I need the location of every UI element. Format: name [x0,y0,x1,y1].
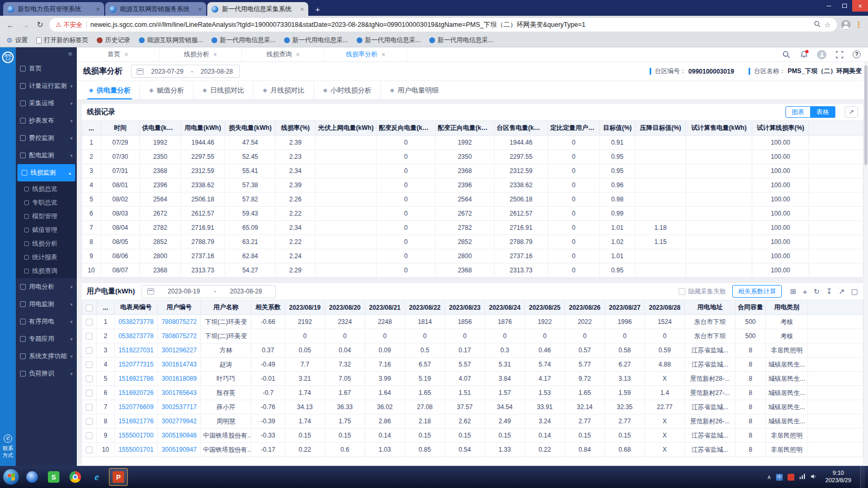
submenu-assignment-management[interactable]: 赋值管理 [16,223,77,237]
cell-link[interactable]: 1520777315 [118,361,154,368]
bookmark-site-4[interactable]: 新一代用电信息采... [357,36,421,45]
cell-link[interactable]: 3001614743 [162,361,197,368]
sidebar-item-line-loss-monitor[interactable]: 线损监测▴ [17,164,75,181]
scrollbar-thumb[interactable] [864,65,867,165]
sidebar-item-power-monitor[interactable]: 用电监测▾ [16,296,77,313]
vertical-scrollbar[interactable] [864,62,868,466]
taskbar-s-app[interactable]: S [44,468,63,486]
taskbar-ie[interactable]: e [87,468,106,486]
workspace-tab-line-loss-query[interactable]: 线损查询× [242,47,325,62]
fullscreen-icon[interactable]: ▢ [851,287,858,296]
bookmark-settings[interactable]: ⚙设置 [6,36,28,45]
user-avatar-icon[interactable] [817,50,826,59]
close-icon[interactable]: × [213,51,217,58]
cell-link[interactable]: 3001296227 [162,347,197,354]
browser-tab-1[interactable]: 新型电力负荷管理系统 × [3,2,104,16]
subtab-user-power-detail[interactable]: ◈用户电量明细 [380,81,447,99]
table-row[interactable]: 608/0326722612.5759.432.22026722612.5700… [82,207,863,221]
download-icon[interactable]: ↧ [826,287,832,296]
table-row[interactable]: 708/0427822716.9165.092.34027822716.9101… [82,221,863,235]
table-row[interactable]: 915550017003005190946中国铁塔股份有...-0.330.15… [82,429,863,443]
hide-failed-checkbox[interactable]: 隐藏采集失败 [679,287,726,296]
grid-icon[interactable]: ⊞ [790,287,796,296]
table-row[interactable]: 105382737787808075272下坝(二)环美变-0.66219223… [82,315,863,329]
bookmark-site-5[interactable]: 新一代用电信息采... [429,36,493,45]
table-row[interactable]: 1015550017013005190947中国铁塔股份有...-0.170.2… [82,443,863,457]
close-button[interactable]: × [852,0,868,12]
row-checkbox[interactable] [86,404,93,411]
table-row[interactable]: 408/0123962338.6257.382.39023962338.6200… [82,178,863,192]
submenu-line-loss-overview[interactable]: 线损总览 [16,182,77,196]
sidebar-item-power-analysis[interactable]: 用电分析▾ [16,278,77,296]
submenu-specialist-overview[interactable]: 专职总览 [16,196,77,209]
security-chip[interactable]: ⚠ 不安全 [56,21,83,29]
row-checkbox[interactable] [86,361,93,368]
notification-bell-icon[interactable] [799,50,809,59]
bookmark-site-2[interactable]: 新一代用电信息采... [211,36,276,45]
table-row[interactable]: 908/0628002737.1662.842.24028002737.1601… [82,249,863,263]
table-row[interactable]: 715207766093002537717薛小芹-0.7634.1336.333… [82,400,863,414]
subtab-monthly-loss-compare[interactable]: ◈月线损对比 [253,81,313,99]
sidebar-item-orderly-power[interactable]: 有序用电▾ [16,313,77,330]
row-checkbox[interactable] [86,347,93,354]
new-tab-button[interactable]: + [311,3,324,15]
export-icon[interactable]: ↗ [845,106,858,118]
forward-icon[interactable]: → [20,21,31,29]
table-row[interactable]: 315192270313001296227方林0.370.050.040.090… [82,343,863,358]
table-row[interactable]: 415207773153001614743赵涛-0.497.77.327.166… [82,358,863,372]
close-icon[interactable]: × [124,51,128,58]
cell-link[interactable]: 3002537717 [162,403,197,411]
submenu-statistics-report[interactable]: 统计报表 [16,250,77,264]
tab-close-icon[interactable]: × [300,5,304,13]
cell-link[interactable]: 3002779942 [162,418,197,425]
cell-link[interactable]: 7808075272 [162,332,197,340]
browser-tab-3-active[interactable]: 新一代用电信息采集系统 × [207,2,308,16]
reload-icon[interactable]: ↻ [35,20,45,29]
show-desktop-button[interactable] [860,466,865,488]
ime-icon[interactable]: 中 [776,474,783,481]
network-icon[interactable] [799,473,805,481]
table-row[interactable]: 508/0225642506.1857.822.26025642506.1800… [82,192,863,207]
cell-link[interactable]: 3005190947 [162,446,197,453]
sidebar-item-distribution-monitor[interactable]: 配电监测▾ [16,147,77,164]
cell-link[interactable]: 0538273778 [118,332,154,340]
minimize-button[interactable] [821,0,836,12]
cell-link[interactable]: 1516920726 [118,389,154,396]
table-row[interactable]: 815169217763002779942周明慧-0.391.741.752.8… [82,414,863,429]
cell-link[interactable]: 3005190946 [162,432,197,439]
date-range-picker[interactable]: 2023-07-29 - 2023-08-28 [131,65,240,78]
bookmark-newtab[interactable]: 打开新的标签页 [36,36,88,45]
sidebar-item-system-support[interactable]: 系统支撑功能▾ [16,348,77,365]
contact-block[interactable]: ✆ 联系方式 [3,434,13,462]
cell-link[interactable]: 1516921786 [118,375,154,382]
close-icon[interactable]: × [296,51,299,58]
row-checkbox[interactable] [86,418,93,425]
cell-link[interactable]: 1520776609 [118,403,154,411]
bookmark-site-3[interactable]: 新一代用电信息采... [284,36,348,45]
taskbar-clock[interactable]: 9:10 2023/8/29 [821,470,855,484]
table-row[interactable]: 808/0528522788.7963.212.22028522788.7901… [82,235,863,249]
table-row[interactable]: 1008/0723682313.7354.272.29023682313.730… [82,263,863,278]
subtab-supply-analysis[interactable]: ◈供电量分析 [80,81,139,99]
sidebar-item-load-identification[interactable]: 负荷辨识▾ [16,365,77,382]
cell-link[interactable]: 0538273778 [118,318,154,326]
cell-link[interactable]: 7808075272 [162,318,197,326]
browser-tab-2[interactable]: 能源互联网营销服务系统 × [105,2,206,16]
end-date[interactable]: 2023-08-28 [223,288,270,295]
url-bar[interactable]: ⚠ 不安全 neweic.js.sgcc.com.cn/#/llm/line/L… [49,18,837,32]
table-row[interactable]: 207/3023502297.5552.452.23023502297.5500… [82,150,863,164]
row-checkbox[interactable] [86,375,93,382]
tab-close-icon[interactable]: × [198,5,202,13]
subtab-assignment-analysis[interactable]: ◈赋值分析 [139,81,193,99]
cell-link[interactable]: 3001618089 [162,375,197,382]
help-icon[interactable]: ? [853,50,861,58]
browser-menu-icon[interactable]: ⋮ [855,20,863,29]
fullscreen-icon[interactable] [835,50,844,59]
workspace-tab-home[interactable]: 首页× [77,47,159,62]
close-icon[interactable]: × [381,51,385,58]
sidebar-item-meter-reading[interactable]: 抄表发布▾ [16,112,77,129]
row-checkbox[interactable] [86,319,93,326]
subtab-hourly-loss-analysis[interactable]: ◈小时线损分析 [314,81,380,99]
collapse-menu-icon[interactable]: ≡ [68,50,72,58]
volume-icon[interactable] [810,473,816,481]
